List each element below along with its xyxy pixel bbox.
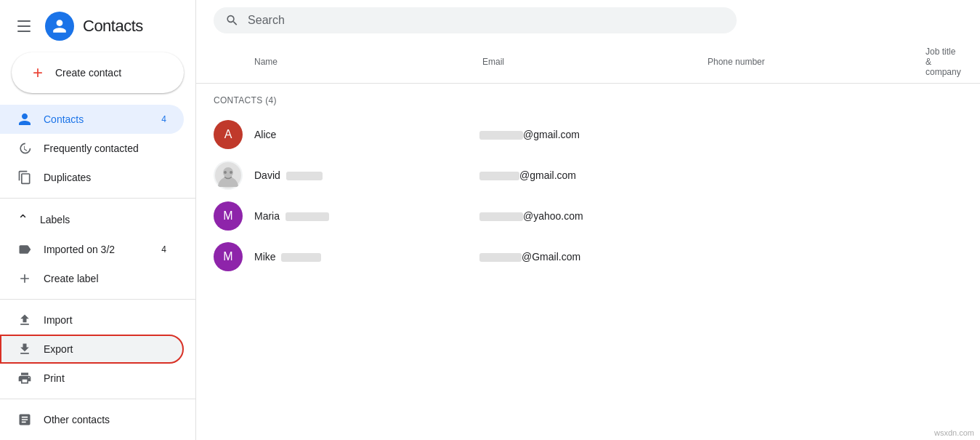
divider-3 — [0, 399, 195, 399]
sidebar-item-print[interactable]: Print — [0, 364, 184, 393]
contact-email: @gmail.com — [479, 169, 705, 181]
sidebar: Contacts Create contact Contacts 4 Frequ… — [0, 0, 196, 440]
col-header-name: Name — [214, 57, 482, 67]
search-icon — [225, 13, 239, 28]
search-input[interactable] — [248, 14, 725, 27]
sidebar-header: Contacts — [0, 6, 195, 52]
svg-point-2 — [224, 171, 227, 174]
download-icon — [17, 342, 32, 356]
search-bar — [196, 0, 980, 41]
avatar: M — [214, 201, 243, 231]
table-row[interactable]: M Mike @Gmail.com — [196, 236, 980, 277]
contact-name: Alice — [254, 129, 479, 140]
copy-icon — [17, 170, 32, 185]
other-contacts-icon — [17, 412, 32, 427]
avatar: M — [214, 242, 243, 271]
main-content: Name Email Phone number Job title & comp… — [196, 0, 980, 440]
sidebar-item-export[interactable]: Export — [0, 335, 184, 364]
plus-icon — [29, 64, 46, 81]
avatar — [214, 161, 243, 190]
add-label-icon — [17, 271, 32, 286]
col-header-phone: Phone number — [708, 57, 926, 67]
contact-name: David — [254, 169, 479, 181]
contacts-count-label: CONTACTS (4) — [214, 95, 963, 105]
chevron-icon: ⌃ — [17, 212, 28, 228]
col-header-job: Job title & company — [926, 47, 963, 77]
sidebar-item-other-contacts[interactable]: Other contacts — [0, 405, 184, 434]
table-header: Name Email Phone number Job title & comp… — [196, 41, 980, 84]
sidebar-item-imported[interactable]: Imported on 3/2 4 — [0, 235, 184, 264]
upload-icon — [17, 313, 32, 327]
divider-2 — [0, 299, 195, 300]
contact-email: @gmail.com — [479, 129, 705, 140]
watermark: wsxdn.com — [934, 428, 974, 437]
hamburger-menu-icon[interactable] — [12, 15, 36, 38]
sidebar-item-duplicates[interactable]: Duplicates — [0, 163, 184, 192]
label-icon — [17, 242, 32, 257]
sidebar-item-frequently-contacted[interactable]: Frequently contacted — [0, 134, 184, 163]
table-row[interactable]: David @gmail.com — [196, 155, 980, 196]
avatar: A — [214, 120, 243, 149]
contact-name: Mike — [254, 251, 479, 263]
svg-point-3 — [230, 171, 232, 174]
history-icon — [17, 141, 32, 156]
app-logo — [45, 12, 74, 41]
contact-name: Maria — [254, 210, 479, 222]
divider-1 — [0, 198, 195, 199]
table-row[interactable]: M Maria @yahoo.com — [196, 196, 980, 236]
sidebar-item-import[interactable]: Import — [0, 305, 184, 335]
sidebar-item-contacts[interactable]: Contacts 4 — [0, 105, 184, 134]
contacts-section-header: CONTACTS (4) — [196, 84, 980, 114]
table-row[interactable]: A Alice @gmail.com — [196, 114, 980, 155]
print-icon — [17, 371, 32, 385]
contact-email: @Gmail.com — [479, 251, 705, 263]
create-contact-button[interactable]: Create contact — [12, 52, 184, 93]
app-title: Contacts — [83, 17, 143, 36]
labels-section-header[interactable]: ⌃ Labels — [0, 204, 195, 235]
person-icon — [17, 112, 32, 127]
col-header-email: Email — [482, 57, 708, 67]
contact-email: @yahoo.com — [479, 210, 705, 222]
sidebar-item-create-label[interactable]: Create label — [0, 264, 184, 293]
search-input-wrapper[interactable] — [214, 7, 737, 33]
